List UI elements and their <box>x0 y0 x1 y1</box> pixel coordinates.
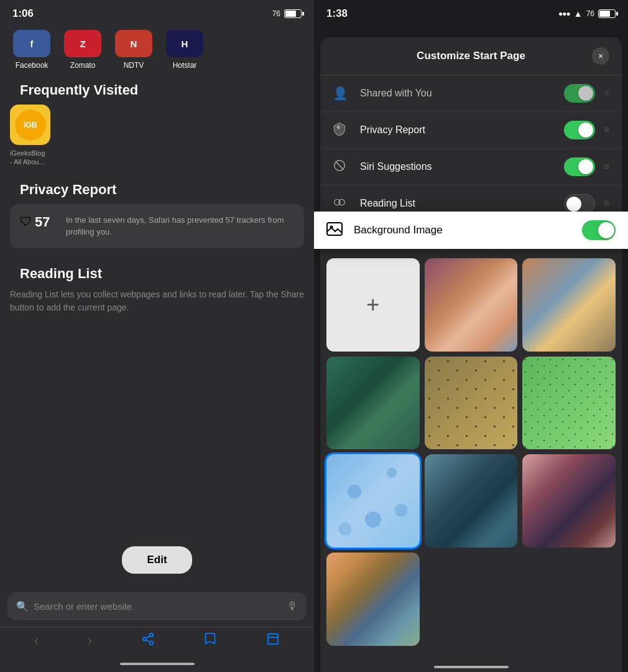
frequently-visited-section: Frequently Visited iGB iGeeksBlog- All A… <box>0 77 314 177</box>
reading-list-heading: Reading List <box>10 261 304 288</box>
siri-toggle[interactable] <box>564 157 595 176</box>
bookmark-hotstar[interactable]: H Hotstar <box>163 30 206 70</box>
microphone-icon: 🎙 <box>287 600 298 613</box>
sheet-item-siri: Siri Suggestions ≡ <box>320 149 622 185</box>
bookmarks-icon[interactable] <box>203 632 217 650</box>
zomato-icon: Z <box>64 30 101 57</box>
siri-label: Siri Suggestions <box>360 161 564 172</box>
status-icons-left: 76 <box>272 9 302 18</box>
siri-icon <box>333 159 351 175</box>
battery-text-left: 76 <box>272 9 280 18</box>
back-icon[interactable]: ‹ <box>34 633 39 649</box>
shared-toggle-switch[interactable] <box>564 84 595 103</box>
tabs-icon[interactable] <box>266 632 280 650</box>
svg-line-2 <box>336 161 344 169</box>
igb-logo-text: iGB <box>24 120 37 129</box>
bookmark-facebook[interactable]: f Facebook <box>10 30 53 70</box>
search-bar[interactable]: 🔍 Search or enter website 🎙 <box>7 592 307 620</box>
igb-icon: iGB <box>10 105 50 145</box>
sheet-item-privacy: Privacy Report ≡ <box>320 112 622 149</box>
image-cell-golden-dots[interactable] <box>425 357 518 450</box>
image-cell-green-dots[interactable] <box>522 357 616 450</box>
image-cell-butterfly[interactable] <box>425 258 518 352</box>
status-bar-right: 1:38 ●●● ▲ 76 <box>314 0 628 25</box>
close-icon: × <box>598 51 603 61</box>
privacy-report-heading: Privacy Report <box>10 177 304 204</box>
sheet-item-shared: 👤 Shared with You ≡ <box>320 75 622 112</box>
tracker-count: 🛡 57 <box>20 214 57 230</box>
search-icon: 🔍 <box>16 600 29 612</box>
background-image-grid-container: + <box>320 252 622 672</box>
share-icon[interactable] <box>141 632 155 650</box>
reading-icon <box>333 195 351 212</box>
time-right: 1:38 <box>326 7 348 20</box>
privacy-report-section: Privacy Report 🛡 57 In the last seven da… <box>0 177 314 261</box>
frequently-visited-heading: Frequently Visited <box>10 77 304 105</box>
background-image-icon <box>326 222 345 239</box>
image-cell-animal[interactable] <box>522 258 616 352</box>
privacy-description: In the last seven days, Safari has preve… <box>66 214 294 238</box>
tracker-number: 57 <box>35 214 50 230</box>
right-panel: 1:38 ●●● ▲ 76 Customize Start Page × 👤 S… <box>314 0 628 672</box>
sheet-header: Customize Start Page × <box>320 37 622 75</box>
fv-label-igb: iGeeksBlog- All Abou... <box>10 149 45 167</box>
status-bar-left: 1:06 76 <box>0 0 314 25</box>
shared-toggle[interactable] <box>564 84 595 103</box>
bookmark-label-ndtv: NDTV <box>124 61 144 70</box>
privacy-toggle[interactable] <box>564 121 595 139</box>
image-cell-dark-teal[interactable] <box>326 357 420 450</box>
image-cell-blue-bubbles[interactable] <box>326 454 420 548</box>
facebook-icon: f <box>13 30 50 57</box>
shared-label: Shared with You <box>360 88 564 99</box>
battery-icon-left <box>284 9 302 18</box>
bookmark-ndtv[interactable]: N NDTV <box>112 30 155 70</box>
shared-drag-handle[interactable]: ≡ <box>604 88 609 99</box>
image-cell-teal-geo[interactable] <box>425 454 518 548</box>
bottom-nav-left: ‹ › <box>0 627 314 660</box>
add-icon: + <box>366 292 379 318</box>
reading-drag-handle[interactable]: ≡ <box>604 198 609 209</box>
privacy-icon <box>333 122 351 139</box>
privacy-label: Privacy Report <box>360 124 564 136</box>
siri-toggle-switch[interactable] <box>564 157 595 176</box>
edit-button-container: Edit <box>0 546 314 592</box>
background-image-row: Background Image <box>314 212 628 249</box>
close-button[interactable]: × <box>592 47 609 65</box>
reading-list-description: Reading List lets you collect webpages a… <box>10 288 304 314</box>
add-image-cell[interactable]: + <box>326 258 420 352</box>
background-image-toggle[interactable] <box>582 220 616 240</box>
battery-icon-right <box>598 9 616 18</box>
reading-label: Reading List <box>360 198 564 209</box>
reading-toggle-switch[interactable] <box>564 194 595 213</box>
wifi-icon: ▲ <box>574 9 583 19</box>
home-indicator-left <box>0 660 314 672</box>
reading-toggle[interactable] <box>564 194 595 213</box>
siri-drag-handle[interactable]: ≡ <box>604 161 609 172</box>
bookmark-label-facebook: Facebook <box>16 61 48 70</box>
shield-icon-left: 🛡 <box>20 215 32 229</box>
forward-icon[interactable]: › <box>88 633 92 649</box>
home-bar-right <box>434 666 509 668</box>
fv-item-igb[interactable]: iGB iGeeksBlog- All Abou... <box>10 105 60 167</box>
background-image-grid: + <box>326 258 616 646</box>
search-placeholder-text: Search or enter website <box>34 601 282 612</box>
privacy-toggle-switch[interactable] <box>564 121 595 139</box>
image-cell-warm-geo[interactable] <box>326 553 420 646</box>
home-indicator-right <box>314 666 628 668</box>
svg-rect-0 <box>268 634 279 645</box>
bookmark-zomato[interactable]: Z Zomato <box>61 30 104 70</box>
bookmark-label-zomato: Zomato <box>70 61 96 70</box>
bookmark-label-hotstar: Hotstar <box>173 61 197 70</box>
left-panel: 1:06 76 f Facebook Z Zomato N NDTV <box>0 0 314 672</box>
sheet-title: Customize Start Page <box>350 50 592 62</box>
bookmarks-row: f Facebook Z Zomato N NDTV H Hotstar <box>0 25 314 77</box>
reading-list-section: Reading List Reading List lets you colle… <box>0 261 314 327</box>
image-cell-pink-geo[interactable] <box>522 454 616 548</box>
time-left: 1:06 <box>12 7 34 20</box>
status-icons-right: ●●● ▲ 76 <box>558 9 616 19</box>
hotstar-icon: H <box>166 30 203 57</box>
edit-button[interactable]: Edit <box>122 546 192 574</box>
privacy-drag-handle[interactable]: ≡ <box>604 124 609 136</box>
privacy-report-card: 🛡 57 In the last seven days, Safari has … <box>10 204 304 248</box>
shared-icon: 👤 <box>333 86 351 101</box>
